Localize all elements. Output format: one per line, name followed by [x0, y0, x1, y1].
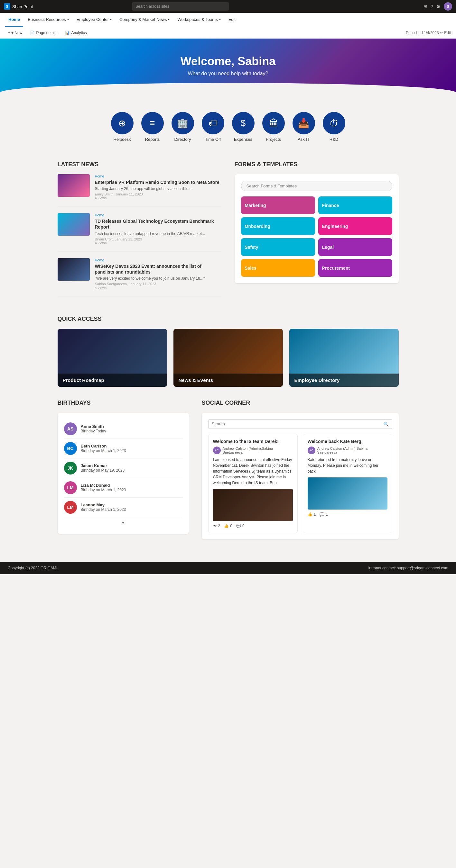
projects-icon: 🏛 — [262, 112, 285, 134]
quick-icon-time-off[interactable]: 🏷 Time Off — [202, 112, 224, 142]
quick-icon-label: Projects — [266, 137, 281, 142]
plus-icon: + — [8, 31, 10, 35]
news-forms-grid: LATEST NEWS Home Enterprise VR Platform … — [58, 161, 399, 303]
social-search-input[interactable] — [212, 422, 381, 426]
birthday-item-liza: LM Liza McDonald Birthday on March 1, 20… — [64, 478, 182, 498]
quick-icon-directory[interactable]: 🏢 Directory — [172, 112, 194, 142]
quick-card-label: Employee Directory — [289, 374, 399, 387]
latest-news-section: LATEST NEWS Home Enterprise VR Platform … — [58, 161, 222, 303]
birthday-avatar: LM — [64, 501, 77, 514]
social-posts-grid: Welcome to the IS team Derek! AC Andrew … — [208, 434, 392, 533]
forms-card-engineering[interactable]: Engineering — [318, 217, 392, 235]
post-text: Kate returned from maternity leave on Mo… — [308, 457, 388, 474]
post-title: Welcome to the IS team Derek! — [213, 439, 293, 444]
social-post-derek: Welcome to the IS team Derek! AC Andrew … — [208, 434, 298, 533]
nav-item-workspaces[interactable]: Workspaces & Teams ▾ — [174, 13, 224, 27]
quick-card-product-roadmap[interactable]: Product Roadmap — [58, 329, 167, 387]
news-source: Home — [95, 213, 222, 217]
nav-item-business-resources[interactable]: Business Resources ▾ — [25, 13, 72, 27]
expenses-icon: $ — [232, 112, 255, 134]
bottom-sections: BIRTHDAYS AS Anne Smith Birthday Today B… — [58, 400, 399, 539]
news-thumbnail — [58, 258, 90, 281]
birthdays-title: BIRTHDAYS — [58, 400, 189, 406]
forms-card-sales[interactable]: Sales — [241, 259, 315, 277]
news-item[interactable]: Home WISeKey Davos 2023 Event: announces… — [58, 258, 222, 297]
likes-stat: 👍 1 — [308, 512, 316, 517]
nav-item-employee-center[interactable]: Employee Center ▾ — [74, 13, 115, 27]
social-panel: 🔍 Welcome to the IS team Derek! AC Andre… — [202, 413, 399, 539]
news-excerpt: "We are very excited to welcome you to j… — [95, 276, 222, 281]
footer: Copyright (c) 2023 ORIGAMI intranet cont… — [0, 562, 456, 574]
news-item[interactable]: Home Enterprise VR Platform Remio Coming… — [58, 174, 222, 207]
grid-icon[interactable]: ⊞ — [424, 4, 427, 9]
nav-item-home[interactable]: Home — [5, 13, 23, 27]
chevron-down-icon: ▾ — [168, 18, 170, 21]
quick-icon-rd[interactable]: ⏱ R&D — [323, 112, 345, 142]
social-search-bar[interactable]: 🔍 — [208, 419, 392, 429]
user-avatar[interactable]: S — [444, 2, 452, 10]
birthday-name: Beth Carlson — [81, 444, 126, 448]
forms-card-legal[interactable]: Legal — [318, 238, 392, 256]
news-thumbnail — [58, 174, 90, 197]
nav-item-edit[interactable]: Edit — [225, 13, 239, 27]
top-bar: S SharePoint ⊞ ? ⚙ S — [0, 0, 456, 13]
post-image — [213, 489, 293, 521]
birthday-info: Jason Kumar Birthday on May 19, 2023 — [81, 463, 125, 472]
forms-card-safety[interactable]: Safety — [241, 238, 315, 256]
news-source: Home — [95, 174, 222, 178]
quick-icon-ask-it[interactable]: 📥 Ask IT — [292, 112, 315, 142]
birthdays-box: AS Anne Smith Birthday Today BC Beth Car… — [58, 413, 189, 534]
birthday-item-jason: JK Jason Kumar Birthday on May 19, 2023 — [64, 459, 182, 478]
sub-nav: + + New 📄 Page details 📊 Analytics Publi… — [0, 27, 456, 38]
forms-card-finance[interactable]: Finance — [318, 196, 392, 214]
sub-nav-left: + + New 📄 Page details 📊 Analytics — [5, 29, 89, 36]
published-status: Published 1/4/2023 ✏ Edit — [406, 31, 451, 35]
social-corner-section: SOCIAL CORNER 🔍 Welcome to the IS team D… — [202, 400, 399, 539]
news-content: Home WISeKey Davos 2023 Event: announces… — [95, 258, 222, 290]
comments-stat: 💬 1 — [319, 512, 328, 517]
like-icon: 👍 — [224, 524, 229, 528]
quick-icon-projects[interactable]: 🏛 Projects — [262, 112, 285, 142]
news-meta: Bryan Croft, January 11, 2023 4 views — [95, 237, 222, 245]
birthdays-chevron-down[interactable]: ▾ — [64, 517, 182, 528]
birthday-name: Jason Kumar — [81, 463, 125, 468]
news-title: TD Releases Global Technology Ecosystem … — [95, 218, 222, 230]
forms-templates-section: FORMS & TEMPLATES Marketing Finance Onbo… — [235, 161, 399, 303]
global-search[interactable] — [132, 2, 229, 10]
news-meta: Sabina Saetgareeva, January 11, 2023 4 v… — [95, 282, 222, 290]
quick-icon-label: Time Off — [205, 137, 221, 142]
quick-card-label: Product Roadmap — [58, 374, 167, 387]
analytics-button[interactable]: 📊 Analytics — [62, 29, 89, 36]
forms-card-onboarding[interactable]: Onboarding — [241, 217, 315, 235]
quick-icon-label: Expenses — [234, 137, 252, 142]
birthday-info: Leanne May Birthday on March 1, 2023 — [81, 502, 126, 512]
forms-card-marketing[interactable]: Marketing — [241, 196, 315, 214]
page-details-button[interactable]: 📄 Page details — [27, 29, 60, 36]
sharepoint-text: SharePoint — [12, 4, 33, 9]
forms-card-procurement[interactable]: Procurement — [318, 259, 392, 277]
likes-stat: 👍 0 — [224, 524, 232, 528]
nav-item-company-news[interactable]: Company & Market News ▾ — [116, 13, 173, 27]
quick-icon-expenses[interactable]: $ Expenses — [232, 112, 255, 142]
global-search-input[interactable] — [132, 2, 229, 10]
hero-subtitle: What do you need help with today? — [6, 71, 450, 76]
comments-stat: 💬 0 — [236, 524, 245, 528]
reports-icon: ≡ — [141, 112, 164, 134]
chevron-down-icon: ▾ — [110, 18, 112, 21]
news-item[interactable]: Home TD Releases Global Technology Ecosy… — [58, 213, 222, 251]
post-author: AC Andrew Calston (Admin);Sabina Saetgar… — [308, 446, 388, 454]
question-icon[interactable]: ? — [431, 4, 433, 9]
footer-copyright: Copyright (c) 2023 ORIGAMI — [8, 566, 57, 570]
forms-search-input[interactable] — [241, 181, 392, 191]
analytics-icon: 📊 — [65, 31, 70, 35]
quick-icon-reports[interactable]: ≡ Reports — [141, 112, 164, 142]
post-title: Welcome back Kate Berg! — [308, 439, 388, 444]
quick-icon-helpdesk[interactable]: ⊕ Helpdesk — [111, 112, 134, 142]
hero-title: Welcome, Sabina — [6, 55, 450, 68]
settings-icon[interactable]: ⚙ — [436, 4, 440, 9]
footer-contact: intranet contact: support@origamiconnect… — [368, 566, 448, 570]
page-icon: 📄 — [30, 31, 35, 35]
new-button[interactable]: + + New — [5, 29, 25, 36]
quick-card-news-events[interactable]: News & Events — [173, 329, 283, 387]
quick-card-employee-directory[interactable]: Employee Directory — [289, 329, 399, 387]
